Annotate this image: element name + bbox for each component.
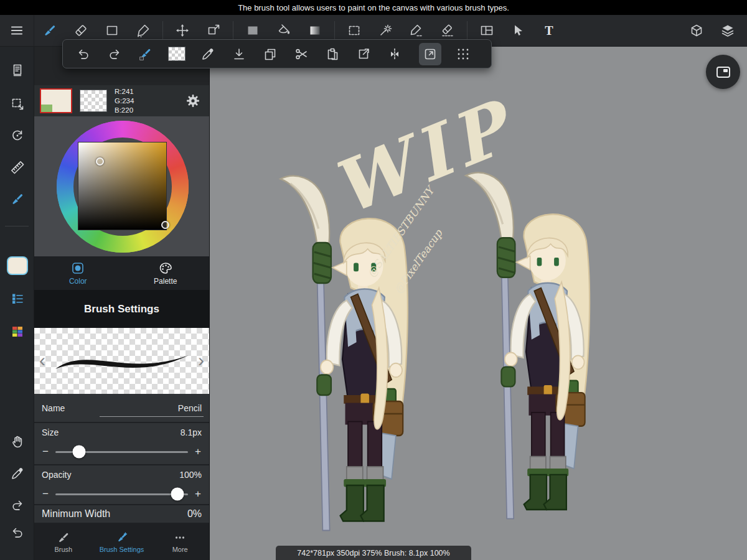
brush-color-button[interactable] bbox=[130, 47, 161, 61]
brush-tool-button[interactable] bbox=[34, 15, 65, 47]
size-decrease-button[interactable]: − bbox=[42, 446, 49, 458]
crop-select-button[interactable] bbox=[0, 95, 34, 113]
caption-banner: The brush tool allows users to paint on … bbox=[0, 0, 747, 15]
cube-icon bbox=[690, 24, 703, 37]
paint-bucket-icon bbox=[277, 24, 291, 37]
tab-more[interactable]: More bbox=[151, 524, 209, 560]
ruler-icon bbox=[11, 161, 24, 174]
tab-palette[interactable]: Palette bbox=[122, 256, 210, 290]
next-brush-button[interactable]: › bbox=[198, 351, 204, 370]
cursor-arrow-icon bbox=[511, 24, 525, 37]
floating-window-button[interactable] bbox=[706, 55, 740, 89]
rectangle-icon bbox=[105, 24, 119, 37]
opacity-increase-button[interactable]: + bbox=[194, 488, 202, 500]
tab-brush[interactable]: Brush bbox=[34, 524, 93, 560]
copy-button[interactable] bbox=[255, 47, 286, 61]
open-window-button[interactable] bbox=[419, 43, 441, 65]
opacity-decrease-button[interactable]: − bbox=[42, 488, 49, 500]
redo-icon bbox=[108, 47, 121, 61]
size-increase-button[interactable]: + bbox=[194, 446, 202, 458]
app-window: The brush tool allows users to paint on … bbox=[0, 0, 747, 560]
text-tool-button[interactable]: T bbox=[533, 15, 565, 47]
grid-dots-icon bbox=[456, 47, 470, 61]
foreground-color-swatch[interactable] bbox=[40, 88, 72, 113]
brush-color-icon bbox=[139, 47, 153, 61]
eyedropper-button[interactable] bbox=[192, 47, 223, 61]
color-wheel-area bbox=[34, 116, 209, 256]
text-tool-icon: T bbox=[545, 24, 553, 38]
size-slider-track[interactable] bbox=[55, 451, 188, 453]
tab-color[interactable]: Color bbox=[34, 256, 122, 290]
sidebar-eyedropper-button[interactable] bbox=[0, 465, 34, 482]
floating-window-icon bbox=[715, 64, 731, 80]
sidebar-redo-button[interactable] bbox=[0, 497, 34, 514]
paste-button[interactable] bbox=[317, 47, 348, 61]
toolbar-separator bbox=[467, 21, 467, 40]
color-swatch-row: R:241 G:234 B:220 bbox=[34, 85, 209, 116]
size-slider[interactable]: − + bbox=[34, 442, 209, 462]
opacity-row: Opacity 100% − + bbox=[34, 465, 209, 505]
color-grid-icon bbox=[11, 325, 24, 338]
rotate-canvas-button[interactable] bbox=[0, 127, 34, 144]
transparent-color-swatch[interactable] bbox=[80, 90, 107, 112]
menu-button[interactable] bbox=[0, 15, 34, 47]
sidebar-undo-button[interactable] bbox=[0, 524, 34, 541]
minimum-width-value: 0% bbox=[187, 508, 202, 520]
caption-text: The brush tool allows users to paint on … bbox=[238, 3, 509, 12]
hand-tool-button[interactable] bbox=[0, 433, 34, 450]
transparent-color-swatch[interactable] bbox=[161, 47, 192, 61]
material-tool-button[interactable] bbox=[681, 15, 712, 47]
opacity-slider-track[interactable] bbox=[55, 493, 188, 495]
size-value: 8.1px bbox=[181, 427, 202, 437]
rgb-readout: R:241 G:234 B:220 bbox=[115, 87, 134, 115]
hue-knob[interactable] bbox=[161, 221, 169, 229]
blend-brush-button[interactable] bbox=[0, 190, 34, 208]
save-button[interactable] bbox=[223, 47, 255, 61]
brush-settings-tab-label: Brush Settings bbox=[100, 546, 144, 553]
current-color-swatch[interactable] bbox=[8, 258, 27, 274]
opacity-slider[interactable]: − + bbox=[34, 484, 209, 504]
saturation-value-box[interactable] bbox=[78, 142, 167, 230]
layers-button[interactable] bbox=[712, 15, 743, 47]
layer-list-icon bbox=[11, 292, 24, 306]
move-icon bbox=[176, 24, 189, 37]
redo-button[interactable] bbox=[99, 47, 130, 61]
gear-icon bbox=[186, 93, 200, 108]
magic-wand-icon bbox=[378, 24, 392, 37]
layer-list-button[interactable] bbox=[0, 290, 34, 307]
palette-grid-button[interactable] bbox=[0, 323, 34, 340]
open-in-window-icon bbox=[423, 47, 437, 61]
toolbar-drag-handle[interactable] bbox=[448, 47, 479, 61]
cut-button[interactable] bbox=[286, 47, 317, 61]
opacity-value: 100% bbox=[179, 470, 202, 480]
brush-tab-label: Brush bbox=[54, 546, 72, 553]
rgb-g-value: G:234 bbox=[115, 96, 134, 106]
palette-tab-label: Palette bbox=[154, 277, 177, 286]
color-settings-button[interactable] bbox=[186, 93, 200, 108]
eyedropper-icon bbox=[201, 47, 215, 61]
prev-brush-button[interactable]: ‹ bbox=[39, 351, 45, 370]
copy-icon bbox=[263, 47, 277, 61]
canvas-artwork: WIP @SALTIESTBUNNY @PixelTeacup bbox=[210, 47, 747, 560]
undo-button[interactable] bbox=[68, 47, 99, 61]
tab-brush-settings[interactable]: Brush Settings bbox=[93, 524, 151, 560]
ruler-button[interactable] bbox=[0, 159, 34, 176]
saturation-knob[interactable] bbox=[96, 157, 104, 166]
more-icon bbox=[174, 531, 186, 544]
download-icon bbox=[232, 47, 246, 61]
export-button[interactable] bbox=[348, 47, 379, 61]
transform-icon bbox=[207, 24, 220, 37]
flip-horizontal-button[interactable] bbox=[379, 47, 410, 61]
eyedropper-icon bbox=[11, 467, 24, 480]
size-slider-knob[interactable] bbox=[73, 446, 86, 459]
sidebar-divider bbox=[5, 226, 29, 226]
checker-swatch-icon bbox=[168, 47, 186, 61]
pages-button[interactable] bbox=[0, 62, 34, 79]
eraser-icon bbox=[74, 24, 88, 37]
name-value[interactable]: Pencil bbox=[178, 403, 202, 413]
select-arrow-tool-button[interactable] bbox=[502, 15, 533, 47]
opacity-slider-knob[interactable] bbox=[171, 488, 184, 501]
redo-arrow-icon bbox=[11, 498, 24, 512]
canvas-area[interactable]: WIP @SALTIESTBUNNY @PixelTeacup 742*781p… bbox=[210, 47, 747, 560]
brush-icon bbox=[43, 24, 57, 37]
